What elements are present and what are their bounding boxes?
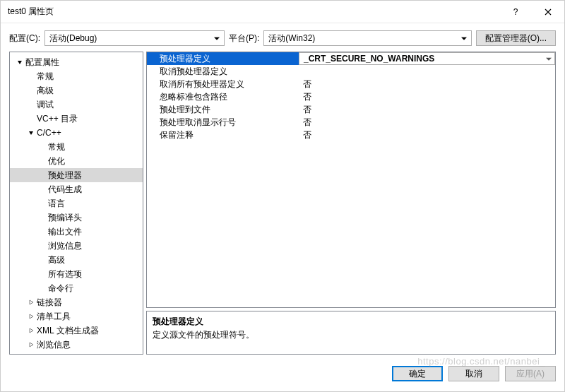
help-button[interactable]: ? <box>499 1 532 23</box>
ok-label: 确定 <box>409 368 426 380</box>
tree-label: 预编译头 <box>48 212 82 224</box>
help-icon: ? <box>513 7 518 17</box>
tree-label: 代码生成 <box>48 184 82 196</box>
tree-label: 优化 <box>48 155 65 167</box>
tree-item[interactable]: 浏览信息 <box>10 338 143 352</box>
platform-select[interactable]: 活动(Win32) <box>263 30 471 46</box>
tree-item[interactable]: XML 文档生成器 <box>10 323 143 338</box>
tree-label: 输出文件 <box>48 226 82 238</box>
prop-row[interactable]: 忽略标准包含路径否 <box>147 90 555 103</box>
tree-label: 链接器 <box>37 297 62 309</box>
close-button[interactable] <box>532 1 564 23</box>
tree-label: 预处理器 <box>48 170 82 182</box>
tree-label: 所有选项 <box>48 268 82 280</box>
cancel-button[interactable]: 取消 <box>448 366 499 381</box>
prop-name: 保留注释 <box>147 129 299 141</box>
window-title: test0 属性页 <box>8 6 499 18</box>
tree-item-preprocessor[interactable]: 预处理器 <box>10 168 143 182</box>
ok-button[interactable]: 确定 <box>392 366 443 381</box>
tree-item[interactable]: 预编译头 <box>10 210 143 225</box>
tree-label: 清单工具 <box>37 311 71 323</box>
prop-name: 忽略标准包含路径 <box>147 90 299 103</box>
tree-item[interactable]: VC++ 目录 <box>10 112 143 126</box>
config-select-value: 活动(Debug) <box>49 32 97 44</box>
tree-label: 语言 <box>48 198 65 210</box>
tree-item[interactable]: 调试 <box>10 97 143 112</box>
description-box: 预处理器定义 定义源文件的预处理符号。 <box>146 311 556 355</box>
tree-item[interactable]: 语言 <box>10 196 143 210</box>
caret-down-icon <box>27 129 35 137</box>
prop-name: 预处理器定义 <box>147 52 299 65</box>
tree-label: 调试 <box>37 99 54 111</box>
prop-value[interactable]: 否 <box>299 78 555 90</box>
prop-name: 预处理到文件 <box>147 103 299 116</box>
tree-root[interactable]: 配置属性 <box>10 55 143 69</box>
button-row: 确定 取消 应用(A) <box>1 360 564 391</box>
tree-label: 高级 <box>37 85 54 97</box>
tree-item[interactable]: 所有选项 <box>10 267 143 281</box>
config-select[interactable]: 活动(Debug) <box>44 30 225 46</box>
tree-ccpp[interactable]: C/C++ <box>10 126 143 140</box>
tree-label: 命令行 <box>48 283 73 295</box>
property-grid[interactable]: 预处理器定义 _CRT_SECURE_NO_WARNINGS 取消预处理器定义 … <box>146 52 556 308</box>
config-manager-label: 配置管理器(O)... <box>485 32 547 44</box>
config-row: 配置(C): 活动(Debug) 平台(P): 活动(Win32) 配置管理器(… <box>1 23 564 52</box>
prop-value-input[interactable]: _CRT_SECURE_NO_WARNINGS <box>299 52 555 65</box>
tree-item[interactable]: 命令行 <box>10 281 143 295</box>
caret-right-icon <box>27 326 35 335</box>
tree-item[interactable]: 代码生成 <box>10 182 143 196</box>
tree-item[interactable]: 高级 <box>10 83 143 97</box>
prop-name: 取消预处理器定义 <box>147 65 299 78</box>
tree-item[interactable]: 高级 <box>10 253 143 267</box>
prop-row[interactable]: 取消所有预处理器定义否 <box>147 78 555 90</box>
prop-row-definitions[interactable]: 预处理器定义 _CRT_SECURE_NO_WARNINGS <box>147 52 555 65</box>
prop-row[interactable]: 预处理取消显示行号否 <box>147 116 555 129</box>
prop-name: 预处理取消显示行号 <box>147 116 299 129</box>
prop-name: 取消所有预处理器定义 <box>147 78 299 90</box>
apply-label: 应用(A) <box>516 368 545 380</box>
description-title: 预处理器定义 <box>153 316 549 328</box>
close-icon <box>545 8 552 16</box>
tree-label: XML 文档生成器 <box>37 325 99 337</box>
config-manager-button[interactable]: 配置管理器(O)... <box>476 30 556 46</box>
caret-right-icon <box>27 340 35 349</box>
description-body: 定义源文件的预处理符号。 <box>153 329 549 341</box>
tree-label: 浏览信息 <box>37 339 71 351</box>
tree-item[interactable]: 优化 <box>10 154 143 168</box>
prop-value[interactable]: 否 <box>299 129 555 141</box>
prop-value[interactable]: 否 <box>299 103 555 116</box>
main-area: 配置属性 常规 高级 调试 VC++ 目录 C/C++ 常规 优化 预处理器 代… <box>1 52 564 360</box>
platform-label: 平台(P): <box>229 32 259 44</box>
prop-value[interactable]: 否 <box>299 116 555 129</box>
prop-row[interactable]: 预处理到文件否 <box>147 103 555 116</box>
prop-value[interactable]: 否 <box>299 90 555 103</box>
tree-item[interactable]: 常规 <box>10 140 143 154</box>
tree-label: 浏览信息 <box>48 240 82 252</box>
tree-item[interactable]: 链接器 <box>10 295 143 309</box>
caret-down-icon <box>16 58 24 66</box>
prop-row[interactable]: 保留注释否 <box>147 129 555 141</box>
caret-right-icon <box>27 298 35 307</box>
tree-item[interactable]: 清单工具 <box>10 309 143 323</box>
tree-label: 高级 <box>48 254 65 266</box>
tree-label: C/C++ <box>37 128 61 138</box>
right-pane: 预处理器定义 _CRT_SECURE_NO_WARNINGS 取消预处理器定义 … <box>146 52 556 355</box>
tree-item[interactable]: 浏览信息 <box>10 239 143 253</box>
cancel-label: 取消 <box>465 368 482 380</box>
property-tree[interactable]: 配置属性 常规 高级 调试 VC++ 目录 C/C++ 常规 优化 预处理器 代… <box>9 52 143 355</box>
caret-right-icon <box>27 312 35 321</box>
tree-label: 常规 <box>48 141 65 153</box>
apply-button[interactable]: 应用(A) <box>505 366 556 381</box>
tree-label: 常规 <box>37 71 54 83</box>
config-label: 配置(C): <box>9 32 40 44</box>
tree-label: 配置属性 <box>25 57 59 69</box>
titlebar: test0 属性页 ? <box>1 1 564 23</box>
tree-item[interactable]: 常规 <box>10 69 143 83</box>
prop-row[interactable]: 取消预处理器定义 <box>147 65 555 78</box>
prop-value[interactable] <box>299 65 555 78</box>
platform-select-value: 活动(Win32) <box>268 32 315 44</box>
tree-item[interactable]: 输出文件 <box>10 225 143 239</box>
tree-label: VC++ 目录 <box>37 113 78 125</box>
